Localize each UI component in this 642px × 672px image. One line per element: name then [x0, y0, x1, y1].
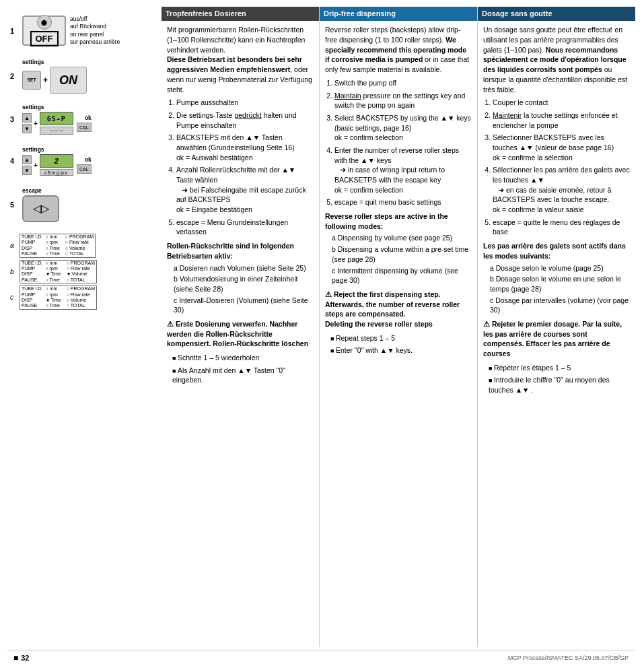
- row-5-label: escape: [22, 187, 42, 194]
- french-steps: Couper le contact Maintenir la touche se…: [483, 98, 630, 237]
- english-header: Drip-free dispensing: [320, 7, 477, 21]
- french-mode-c: c Dosage par intervalles (volume) (voir …: [490, 296, 630, 315]
- german-step-2: Die settings-Taste gedrückt halten und P…: [176, 110, 314, 130]
- table-c: TUBE I.D.○ mm○ PROGRAM PUMP○ rpm○ Flow r…: [20, 285, 97, 310]
- german-bullets: Schritte 1 – 5 wiederholen Als Anzahl mi…: [167, 353, 314, 385]
- display-row4: 2: [40, 154, 73, 168]
- german-step-4: Anzahl Rollenrückschritte mit der ▲▼ Tas…: [176, 165, 314, 214]
- table-b: TUBE I.D.○ mm○ PROGRAM PUMP○ rpm○ Flow r…: [20, 260, 97, 284]
- french-step-3: Sélectionner BACKSTEPS avec les touches …: [493, 133, 630, 162]
- english-mode-header: Reverse roller steps are active in the f…: [325, 211, 472, 231]
- row-5-num: 5: [10, 201, 18, 209]
- left-column: 1 ⬤ OFF aus/off auf Rückwand on re: [7, 7, 162, 647]
- cal-button-row4: CAL: [77, 164, 92, 174]
- french-header: Dosage sans goutte: [478, 7, 635, 21]
- english-column: Drip-free dispensing Reverse roller step…: [319, 7, 477, 647]
- row-2-num: 2: [10, 72, 18, 80]
- french-column: Dosage sans goutte Un dosage sans goutte…: [477, 7, 635, 647]
- table-c-label: c: [10, 294, 17, 301]
- french-bullets: Répéter les étapes 1 – 5 Introduire le c…: [483, 363, 630, 395]
- english-step-3: Select BACKSTEPS by using the ▲▼ keys (b…: [334, 113, 472, 143]
- german-column: Tropfenfreies Dosieren Mit programmierba…: [162, 7, 319, 647]
- english-steps: Switch the pump off Maintain pressure on…: [325, 78, 472, 207]
- french-warning: ⚠ Rejeter le premier dosage. Par la suit…: [483, 319, 630, 359]
- cal-button-row3: CAL: [77, 123, 92, 132]
- english-bullet-1: Repeat steps 1 – 5: [330, 333, 472, 343]
- table-a-label: a: [10, 242, 17, 249]
- french-mode-header: Les pas arrière des galets sont actifs d…: [483, 241, 630, 261]
- french-bullet-1: Répéter les étapes 1 – 5: [489, 363, 630, 373]
- off-switch-illustration: ⬤ OFF: [22, 15, 66, 46]
- german-bullet-2: Als Anzahl mit den ▲▼ Tasten "0" eingebe…: [172, 366, 314, 385]
- english-bullet-2: Enter "0" with ▲▼ keys.: [330, 345, 472, 356]
- row-3-num: 3: [10, 115, 18, 123]
- row-3-label: settings: [22, 104, 44, 110]
- on-text: ON: [59, 74, 77, 86]
- row-2-label: settings: [22, 59, 44, 65]
- english-bullets: Repeat steps 1 – 5 Enter "0" with ▲▼ key…: [325, 333, 472, 356]
- german-step-5: escape = Menu Grundeinstellungen verlass…: [176, 217, 314, 237]
- zbe-label: z.B./e.g./p.e.: [40, 169, 73, 176]
- english-mode-c: c Intermittent dispensing by volume (see…: [332, 266, 472, 285]
- footer-ref: MCP Process/ISMATEC SA/29.05.07/CB/GP: [508, 654, 629, 661]
- english-intro: Reverse roller steps (backsteps) allow d…: [325, 25, 472, 74]
- display-row3: 6S-P: [40, 112, 73, 125]
- english-mode-b: b Dispensing a volume within a pre-set t…: [332, 244, 472, 264]
- german-steps: Pumpe ausschalten Die settings-Taste ged…: [167, 98, 314, 237]
- row-1-num: 1: [10, 27, 18, 35]
- german-body: Mit programmierbaren Rollen-Rückschritte…: [167, 25, 314, 385]
- french-mode-b: b Dosage selon le volume en une selon le…: [490, 274, 630, 294]
- french-step-2: Maintenir la touche settings enfoncée et…: [493, 110, 630, 130]
- english-step-2: Maintain pressure on the settings key an…: [334, 91, 472, 110]
- french-body: Un dosage sans goutte peut être effectué…: [483, 25, 630, 395]
- french-bullet-2: Introduire le chiffre "0" au moyen des t…: [489, 375, 630, 395]
- french-mode-list: a Dosage selon le volume (page 25) b Dos…: [483, 263, 630, 315]
- page-number: ■ 32: [13, 653, 30, 663]
- settings-button-row2: SET: [22, 71, 41, 90]
- english-mode-a: a Dispensing by volume (see page 25): [332, 233, 472, 243]
- row-5: 5 escape ◁▷: [10, 186, 155, 223]
- german-header: Tropfenfreies Dosieren: [162, 7, 319, 21]
- english-step-1: Switch the pump off: [334, 78, 472, 88]
- row-2: 2 settings SET + ON: [10, 57, 155, 94]
- table-a: TUBE I.D.○ mm○ PROGRAM PUMP○ rpm○ Flow r…: [20, 234, 96, 258]
- french-mode-a: a Dosage selon le volume (page 25): [490, 263, 630, 273]
- mode-tables: a TUBE I.D.○ mm○ PROGRAM PUMP○ rpm○ Flow…: [10, 234, 155, 310]
- german-mode-list: a Dosieren nach Volumen (siehe Seite 25)…: [167, 263, 314, 315]
- german-mode-b: b Volumendosierung in einer Zeiteinheit …: [174, 274, 314, 294]
- on-switch-illustration: ON: [50, 67, 87, 94]
- french-intro: Un dosage sans goutte peut être effectué…: [483, 25, 630, 94]
- english-mode-list: a Dispensing by volume (see page 25) b D…: [325, 233, 472, 285]
- escape-button-illustration: ◁▷: [22, 195, 59, 222]
- german-mode-header: Rollen-Rückschritte sind in folgenden Be…: [167, 241, 314, 261]
- french-step-5: escape = quitte le menu des réglages de …: [493, 217, 630, 237]
- page: 1 ⬤ OFF aus/off auf Rückwand on re: [0, 0, 642, 672]
- table-row-a: a TUBE I.D.○ mm○ PROGRAM PUMP○ rpm○ Flow…: [10, 234, 155, 258]
- german-bullet-1: Schritte 1 – 5 wiederholen: [172, 353, 314, 363]
- off-label: OFF: [30, 31, 59, 46]
- french-step-1: Couper le contact: [493, 98, 630, 108]
- german-step-3: BACKSTEPS mit den ▲▼ Tasten anwählen (Gr…: [176, 133, 314, 162]
- german-step-1: Pumpe ausschalten: [176, 98, 314, 108]
- row-4-label: settings: [22, 146, 44, 153]
- row-1-text: aus/off auf Rückwand on rear panel sur p…: [70, 15, 120, 45]
- english-body: Reverse roller steps (backsteps) allow d…: [325, 25, 472, 356]
- table-row-b: b TUBE I.D.○ mm○ PROGRAM PUMP○ rpm○ Flow…: [10, 260, 155, 284]
- german-intro: Mit programmierbaren Rollen-Rückschritte…: [167, 25, 314, 94]
- row-3: 3 settings ▲ ▼ + 6S-P ─ ─ ─: [10, 102, 155, 136]
- row-3-ok: ok: [85, 114, 92, 121]
- row-4-num: 4: [10, 157, 18, 165]
- row-1: 1 ⬤ OFF aus/off auf Rückwand on re: [10, 12, 155, 49]
- german-warning: ⚠ Erste Dosierung verwerfen. Nachher wer…: [167, 319, 314, 349]
- german-mode-c: c Intervall-Dosieren (Volumen) (siehe Se…: [174, 296, 314, 315]
- row-4-ok: ok: [85, 156, 92, 163]
- german-mode-a: a Dosieren nach Volumen (siehe Seite 25): [174, 263, 314, 273]
- english-step-5: escape = quit menu basic settings: [334, 197, 472, 207]
- footer: ■ 32 MCP Process/ISMATEC SA/29.05.07/CB/…: [7, 650, 635, 665]
- english-warning: ⚠ Reject the first dispensing step. Afte…: [325, 290, 472, 329]
- table-b-label: b: [10, 268, 17, 275]
- english-step-4: Enter the number of reverse roller steps…: [334, 145, 472, 195]
- main-content: 1 ⬤ OFF aus/off auf Rückwand on re: [7, 7, 635, 647]
- text-columns: Tropfenfreies Dosieren Mit programmierba…: [162, 7, 635, 647]
- french-step-4: Sélectionner les pas arrière des galets …: [493, 165, 630, 214]
